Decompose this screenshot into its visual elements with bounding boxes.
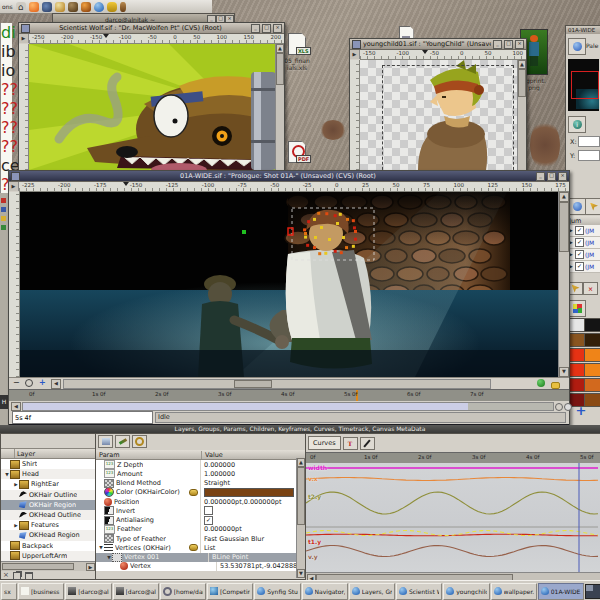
navigator-view-rect[interactable]: [571, 71, 599, 99]
scrollbar-thumb[interactable]: [234, 380, 272, 388]
palette-swatch[interactable]: [568, 363, 585, 377]
preview-icon[interactable]: [98, 435, 113, 448]
layer-row[interactable]: ▼Head: [1, 469, 95, 479]
key-icon[interactable]: [132, 435, 147, 448]
control-point[interactable]: [328, 238, 331, 241]
layer-row[interactable]: ▶RightEar: [1, 479, 95, 489]
wolf-vertical-scrollbar[interactable]: ▲: [275, 44, 284, 170]
control-point[interactable]: [325, 212, 328, 215]
selection-bounds[interactable]: [382, 65, 514, 170]
control-point[interactable]: [307, 220, 310, 223]
layer-row[interactable]: OKHair Outline: [1, 490, 95, 500]
control-point[interactable]: [313, 218, 316, 221]
wolf-canvas[interactable]: [29, 44, 275, 170]
control-point[interactable]: [334, 250, 337, 253]
taskbar-button[interactable]: [darco@alnitak: [113, 583, 159, 600]
control-point[interactable]: [320, 226, 323, 229]
child-titlebar[interactable]: youngchild01.sif : "YoungChild" (Unsaved…: [350, 39, 526, 50]
palette-swatch[interactable]: [568, 378, 585, 392]
firefox-icon[interactable]: [29, 2, 39, 12]
scroll-up-icon[interactable]: ▲: [518, 60, 526, 69]
palette-grid-tab[interactable]: [568, 300, 586, 317]
main-canvas[interactable]: [20, 192, 558, 377]
layer-row[interactable]: Backpack: [1, 541, 95, 551]
params-tab[interactable]: [568, 198, 586, 215]
magnifier-icon[interactable]: [25, 379, 33, 387]
info-tab[interactable]: i: [568, 116, 586, 133]
control-point[interactable]: [304, 236, 307, 239]
pencil-icon[interactable]: [115, 435, 130, 448]
control-point[interactable]: [354, 238, 357, 241]
canvas-list-item[interactable]: ▶✓(JM: [567, 237, 600, 249]
param-row[interactable]: Antialiasing✓: [96, 516, 305, 525]
control-point[interactable]: [340, 251, 343, 254]
wolf-titlebar[interactable]: Scientist Wolf.sif : "Dr. MacWolfen Pt" …: [19, 23, 284, 34]
control-point[interactable]: [318, 252, 321, 255]
panel-menu-text[interactable]: ons: [2, 3, 13, 10]
eyedropper-icon[interactable]: [360, 437, 375, 450]
wolf-horizontal-ruler[interactable]: -250-200-150-100-50050100150200: [29, 34, 284, 44]
control-point[interactable]: [345, 246, 348, 249]
timebar[interactable]: 0f1s 0f2s 0f3s 0f4s 0f5s 0f6s 0f7s 0f: [9, 389, 569, 401]
loop-icon[interactable]: [555, 403, 563, 411]
ball-icon[interactable]: [81, 2, 91, 12]
layer-row[interactable]: UpperLeftArm: [1, 551, 95, 561]
control-point[interactable]: [352, 219, 355, 222]
param-row[interactable]: ▼Vertices (OKHair)List: [96, 543, 305, 552]
curves-ruler[interactable]: 0f1s 0f2s 0f3s 0f4s 0f5s 0f: [306, 452, 600, 463]
timeslider-track[interactable]: [22, 402, 554, 411]
taskbar-button[interactable]: Synfig Studio: [254, 583, 300, 600]
link-icon[interactable]: [189, 544, 198, 551]
taskbar-button[interactable]: Scientist Wolf.: [396, 583, 442, 600]
curves-tab[interactable]: Curves: [308, 436, 341, 450]
layers-h-scrollbar[interactable]: ▶: [1, 561, 95, 571]
palette-swatch[interactable]: [584, 378, 600, 392]
maximize-icon[interactable]: □: [547, 172, 556, 181]
zoom-in-icon[interactable]: +: [39, 378, 46, 387]
layer-row[interactable]: ▶Features: [1, 520, 95, 530]
scroll-down-icon[interactable]: ▼: [559, 367, 569, 377]
palette-swatch[interactable]: [584, 348, 600, 362]
minimize-icon[interactable]: _: [493, 40, 502, 49]
link-icon[interactable]: [189, 489, 198, 496]
minimize-icon[interactable]: _: [251, 24, 260, 33]
child-horizontal-ruler[interactable]: -150-100-50050100: [360, 50, 526, 60]
param-row[interactable]: Position0.000000pt,0.000000pt: [96, 497, 305, 506]
scroll-up-icon[interactable]: ▲: [297, 458, 305, 467]
control-point[interactable]: [306, 244, 309, 247]
dock-title[interactable]: 01A-WIDE: [566, 26, 600, 34]
list-delete-button[interactable]: ×: [583, 282, 598, 295]
scroll-left-icon[interactable]: ◀: [51, 379, 61, 389]
close-icon[interactable]: ×: [558, 172, 567, 181]
checkbox[interactable]: [204, 506, 213, 515]
zoom-out-icon[interactable]: −: [13, 379, 20, 387]
taskbar-button[interactable]: youngchild01.: [443, 583, 489, 600]
param-row[interactable]: Color (OKHairColor): [96, 488, 305, 497]
scroll-up-icon[interactable]: ▲: [559, 192, 569, 202]
palette-swatch[interactable]: [568, 348, 585, 362]
ruler-corner-button[interactable]: ▶: [350, 50, 360, 59]
control-point[interactable]: [313, 246, 316, 249]
layer-row[interactable]: Shirt: [1, 459, 95, 469]
canvas-h-scrollbar[interactable]: [63, 379, 491, 389]
home-icon[interactable]: ⌂: [16, 2, 26, 12]
control-point[interactable]: [317, 212, 320, 215]
param-row[interactable]: 123Feather0.000000pt: [96, 525, 305, 534]
palette-swatch[interactable]: [584, 318, 600, 332]
workspace-switcher[interactable]: [585, 584, 600, 599]
palette-swatch[interactable]: [568, 333, 585, 347]
taskbar-button[interactable]: [Competing S: [207, 583, 253, 600]
window-menu-icon[interactable]: [21, 24, 30, 33]
maximize-icon[interactable]: □: [262, 24, 271, 33]
scrollbar-thumb[interactable]: [559, 202, 569, 252]
add-color-icon[interactable]: +: [574, 404, 588, 418]
info-y-field[interactable]: [578, 150, 600, 161]
color-value-swatch[interactable]: [204, 488, 294, 497]
info-x-field[interactable]: [578, 136, 600, 147]
checkbox[interactable]: ✓: [204, 516, 213, 525]
main-titlebar[interactable]: 01A-WIDE.sif : "Prologue: Shot 01A-" (Un…: [9, 171, 569, 182]
control-point[interactable]: [352, 245, 355, 248]
figure-icon[interactable]: [120, 2, 126, 12]
palette-swatch[interactable]: [568, 318, 585, 332]
taskbar-button[interactable]: sx: [1, 583, 17, 600]
